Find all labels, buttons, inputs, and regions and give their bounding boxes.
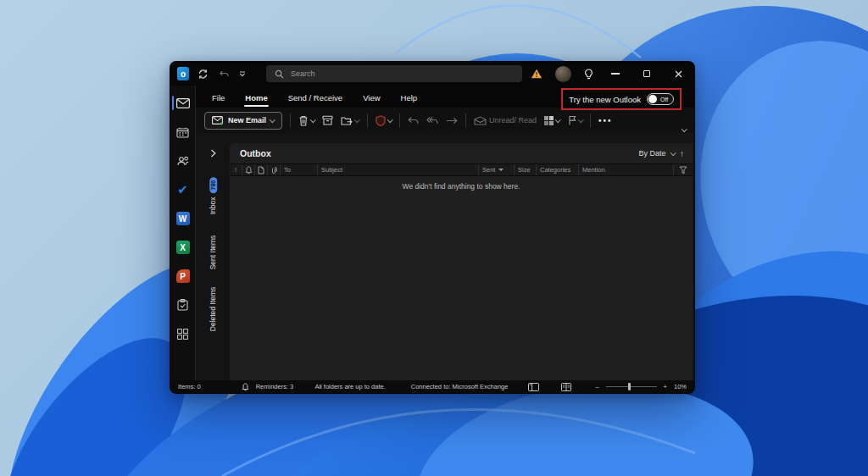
archive-icon xyxy=(322,115,333,125)
forward-icon xyxy=(446,117,458,125)
column-categories[interactable]: Categories xyxy=(537,164,579,175)
nav-calendar[interactable] xyxy=(170,118,196,147)
security-button[interactable] xyxy=(376,115,392,126)
item-type-icon xyxy=(258,166,264,174)
nav-people[interactable] xyxy=(170,147,196,175)
search-input[interactable]: Search xyxy=(266,65,522,82)
quick-access-toolbar xyxy=(198,69,246,80)
try-new-outlook-highlight: Try the new Outlook Off xyxy=(561,88,682,110)
nav-excel[interactable]: X xyxy=(170,233,196,262)
move-icon xyxy=(341,116,353,125)
excel-icon: X xyxy=(176,241,190,254)
ribbon-toolbar: New Email xyxy=(196,108,694,133)
column-sent[interactable]: Sent xyxy=(479,164,515,175)
close-button[interactable] xyxy=(669,66,687,81)
delete-button[interactable] xyxy=(298,115,315,126)
maximize-button[interactable] xyxy=(637,66,656,81)
word-icon: W xyxy=(176,212,190,225)
reply-all-icon xyxy=(426,116,438,125)
menu-send-receive[interactable]: Send / Receive xyxy=(287,91,343,104)
column-to[interactable]: To xyxy=(281,164,318,175)
folder-inbox[interactable]: Inbox 780 xyxy=(194,165,231,226)
mail-icon xyxy=(176,98,190,108)
toggle-knob xyxy=(648,95,657,103)
column-item-type[interactable] xyxy=(255,164,268,175)
folder-title: Outbox xyxy=(240,148,271,158)
flag-icon xyxy=(568,115,576,125)
bell-icon xyxy=(242,383,249,391)
follow-up-button[interactable] xyxy=(568,115,583,125)
zoom-slider[interactable] xyxy=(606,386,657,387)
categorize-icon xyxy=(544,116,554,125)
menu-view[interactable]: View xyxy=(362,91,381,104)
todo-icon: ✔ xyxy=(177,182,188,197)
new-email-icon xyxy=(212,116,224,125)
column-attachment[interactable] xyxy=(268,164,281,175)
connection-status: Connected to: Microsoft Exchange xyxy=(411,383,509,390)
reply-all-button[interactable] xyxy=(426,116,438,125)
forward-button[interactable] xyxy=(446,117,458,125)
toggle-state-label: Off xyxy=(660,97,668,102)
people-icon xyxy=(177,156,189,166)
menu-home[interactable]: Home xyxy=(244,91,268,104)
message-list-panel: Outbox By Date ↑ ! xyxy=(230,143,693,380)
zoom-in-button[interactable]: + xyxy=(664,383,667,390)
zoom-out-button[interactable]: – xyxy=(595,383,598,390)
reminder-icon xyxy=(245,166,253,174)
more-commands-button[interactable]: ••• xyxy=(598,116,613,125)
folder-deleted-items[interactable]: Deleted Items xyxy=(191,279,235,340)
menu-help[interactable]: Help xyxy=(400,91,419,104)
archive-button[interactable] xyxy=(322,115,333,125)
filter-button[interactable] xyxy=(674,164,693,175)
sort-indicator-icon xyxy=(498,169,504,171)
attachment-icon xyxy=(271,166,277,174)
folder-sent-label: Sent Items xyxy=(209,235,217,270)
collapse-ribbon-icon[interactable] xyxy=(682,126,687,131)
nav-todo[interactable]: ✔ xyxy=(170,175,196,204)
outlook-app-icon[interactable]: o xyxy=(177,67,189,80)
account-avatar[interactable] xyxy=(555,66,571,82)
customize-qat-icon[interactable] xyxy=(239,71,246,77)
reminders-status[interactable]: Reminders: 3 xyxy=(256,383,294,390)
sync-warning-icon[interactable] xyxy=(531,69,542,79)
search-icon xyxy=(275,69,284,79)
sort-by-dropdown-icon xyxy=(670,150,676,155)
new-email-button[interactable]: New Email xyxy=(204,112,282,130)
titlebar-right xyxy=(531,66,687,82)
items-count: Items: 0 xyxy=(178,383,201,390)
sort-by-button[interactable]: By Date xyxy=(638,149,665,158)
undo-icon[interactable] xyxy=(219,69,229,78)
sort-direction-button[interactable]: ↑ xyxy=(680,149,684,158)
column-importance[interactable]: ! xyxy=(230,164,242,175)
column-mention[interactable]: Mention xyxy=(579,164,674,175)
column-subject[interactable]: Subject xyxy=(318,164,479,175)
reply-button[interactable] xyxy=(408,116,419,125)
reading-pane-view-button[interactable] xyxy=(528,383,539,391)
search-placeholder: Search xyxy=(291,69,315,78)
zoom-slider-thumb[interactable] xyxy=(628,383,631,390)
book-view-icon xyxy=(561,383,571,391)
expand-folderpane-icon[interactable] xyxy=(206,147,220,160)
calendar-icon xyxy=(176,127,189,138)
zoom-value[interactable]: 10% xyxy=(674,383,687,390)
content-area: Inbox 780 Sent Items Deleted Items xyxy=(196,133,694,380)
send-receive-icon[interactable] xyxy=(198,69,209,80)
nav-mail[interactable] xyxy=(170,89,196,118)
folder-sent-items[interactable]: Sent Items xyxy=(196,226,231,279)
lightbulb-icon[interactable] xyxy=(584,69,593,80)
try-new-outlook-label: Try the new Outlook xyxy=(569,95,641,104)
minimize-button[interactable] xyxy=(606,66,625,81)
apps-icon xyxy=(177,329,188,340)
unread-read-icon xyxy=(474,116,487,125)
column-size[interactable]: Size xyxy=(515,164,537,175)
try-new-outlook-toggle[interactable]: Off xyxy=(647,93,674,105)
unread-read-button[interactable]: Unread/ Read xyxy=(474,116,537,125)
nav-word[interactable]: W xyxy=(170,204,196,233)
menu-file[interactable]: File xyxy=(211,91,225,104)
reading-view-button[interactable] xyxy=(561,383,571,391)
column-reminder[interactable] xyxy=(242,164,255,175)
categorize-button[interactable] xyxy=(544,116,560,125)
status-bar: Items: 0 Reminders: 3 All folders are up… xyxy=(170,380,694,393)
move-to-button[interactable] xyxy=(341,116,359,125)
minimize-icon xyxy=(611,73,620,75)
